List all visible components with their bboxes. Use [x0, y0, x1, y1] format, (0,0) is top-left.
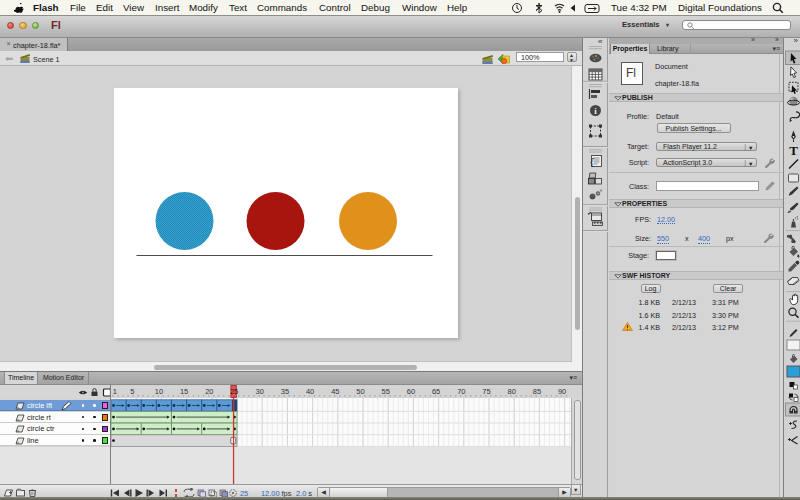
svg-text:60: 60	[407, 387, 415, 396]
svg-text:80: 80	[508, 387, 516, 396]
svg-text:5: 5	[130, 387, 134, 396]
svg-text:15: 15	[180, 387, 188, 396]
svg-text:50: 50	[356, 387, 364, 396]
svg-text:90: 90	[558, 387, 566, 396]
svg-text:75: 75	[482, 387, 490, 396]
svg-text:65: 65	[432, 387, 440, 396]
svg-text:1: 1	[113, 387, 117, 396]
svg-text:20: 20	[205, 387, 213, 396]
svg-text:40: 40	[306, 387, 314, 396]
svg-text:30: 30	[256, 387, 264, 396]
svg-text:55: 55	[382, 387, 390, 396]
svg-text:70: 70	[457, 387, 465, 396]
svg-text:25: 25	[230, 387, 238, 396]
svg-text:{: {	[590, 158, 595, 168]
svg-text:45: 45	[331, 387, 339, 396]
svg-text:85: 85	[533, 387, 541, 396]
svg-text:T: T	[789, 143, 798, 158]
svg-text:35: 35	[281, 387, 289, 396]
svg-text:10: 10	[155, 387, 163, 396]
